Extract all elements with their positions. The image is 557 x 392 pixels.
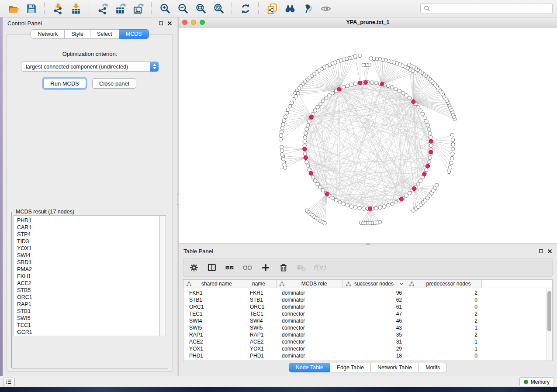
cell-shared-name: SWI4 [183,318,241,324]
toggle-graphics-button[interactable] [317,1,335,16]
function-builder-button: f(x) [314,262,325,273]
task-history-button[interactable] [3,378,15,386]
float-table-panel-button[interactable] [539,249,543,254]
cell-name: ORC1 [241,304,277,310]
network-graph[interactable] [179,28,557,243]
cell-successor-nodes: 43 [343,325,406,331]
export-image-button[interactable] [129,1,147,16]
result-node[interactable]: YOX1 [17,245,159,252]
tab-select[interactable]: Select [90,29,119,39]
cell-MCDS-role: dominator [277,353,343,359]
result-node[interactable]: PMA2 [17,266,159,273]
result-node[interactable]: SWI5 [17,315,159,322]
table-row[interactable]: SWI4SWI4dominator462 [183,317,552,324]
tab-mcds[interactable]: MCDS [119,29,149,39]
memory-button[interactable]: Memory [519,377,554,386]
close-table-panel-button[interactable] [547,249,552,254]
result-node[interactable]: ACE2 [17,280,159,287]
import-table-button[interactable] [67,1,85,16]
table-row[interactable]: SWI5SWI5connector431 [183,324,552,331]
export-table-button[interactable] [111,1,129,16]
mcds-result-list[interactable]: PHD1CAR1STP4TID3YOX1SWI4SRD1PMA2FKH1ACE2… [14,215,159,336]
minimize-window-icon[interactable] [191,20,196,25]
result-node[interactable]: FKH1 [17,273,159,280]
tab-style[interactable]: Style [64,29,90,39]
save-session-button[interactable] [22,1,40,16]
table-row[interactable]: TEC1TEC1connector472 [183,310,552,317]
result-node[interactable]: SWI4 [17,252,159,259]
result-node[interactable]: STB5 [17,287,159,294]
optimization-select[interactable]: largest connected component (undirected) [21,62,159,72]
table-row[interactable]: PHD1PHD1dominator180 [183,352,552,359]
float-panel-button[interactable] [159,21,163,26]
network-window: YPA_prune.txt_1 [179,17,557,243]
import-network-button[interactable] [49,1,67,16]
search-box[interactable] [420,3,553,14]
table-row[interactable]: FKH1FKH1dominator962 [183,289,552,296]
column-header-shared-name[interactable]: shared name [183,280,241,288]
close-panel-button[interactable] [167,21,172,26]
result-node[interactable]: TEC1 [17,322,159,329]
tab-edge-table[interactable]: Edge Table [330,363,371,372]
column-header-name[interactable]: name [241,280,277,288]
zoom-out-button[interactable] [174,1,192,16]
result-node[interactable]: GCR1 [17,329,159,336]
table-row[interactable]: ORC1ORC1dominator610 [183,303,552,310]
export-table-icon [115,3,126,14]
splitter-grabber[interactable] [366,244,370,245]
scrollbar-thumb[interactable] [547,291,551,331]
export-network-button[interactable] [93,1,111,16]
cell-name: TEC1 [241,311,277,317]
cell-shared-name: STB1 [183,297,241,303]
close-window-icon[interactable] [182,20,187,25]
tab-network[interactable]: Network [31,29,65,39]
refresh-layout-button[interactable] [236,1,254,16]
column-layout-button[interactable] [207,262,217,273]
zoom-in-button[interactable] [156,1,174,16]
result-node[interactable]: CAR1 [17,224,159,231]
deselect-all-button[interactable] [242,262,253,273]
settings-gear-button[interactable] [189,262,199,273]
zoom-selected-button[interactable] [210,1,228,16]
result-node[interactable]: STP4 [17,231,159,238]
zoom-fit-button[interactable] [192,1,210,16]
add-column-button[interactable] [260,262,271,273]
column-header-successor-nodes[interactable]: successor nodes [343,280,406,288]
run-mcds-button[interactable]: Run MCDS [43,78,86,89]
result-node[interactable]: RAP1 [17,301,159,308]
result-node[interactable]: PHD1 [17,217,159,224]
table-row[interactable]: ACE2ACE2connector311 [183,338,552,345]
result-node[interactable]: STB1 [17,308,159,315]
select-all-button[interactable] [225,262,235,273]
result-node[interactable]: TID3 [17,238,159,245]
result-node[interactable]: ORC1 [17,294,159,301]
mcds-result-scrollbar[interactable] [159,215,166,336]
column-header-predecessor-nodes[interactable]: predecessor nodes [406,280,482,288]
find-binoculars-button[interactable] [281,1,299,16]
close-panel-action-button[interactable]: Close panel [92,78,136,89]
cell-successor-nodes: 61 [343,304,406,310]
table-scrollbar[interactable] [546,288,552,361]
search-input[interactable] [432,5,549,12]
control-panel-tabs: NetworkStyleSelectMCDS [3,29,177,39]
column-type-icon [346,281,351,287]
tab-network-table[interactable]: Network Table [370,363,419,372]
delete-table-button [296,262,307,273]
zoom-in-icon [159,3,171,14]
result-node[interactable]: SRD1 [17,259,159,266]
maximize-window-icon[interactable] [200,20,205,25]
table-row[interactable]: YOX1YOX1connector291 [183,345,552,352]
network-canvas[interactable] [179,28,557,243]
delete-column-button[interactable] [278,262,289,273]
toggle-style-button[interactable] [299,1,317,16]
table-row[interactable]: RAP1RAP1dominator352 [183,331,552,338]
column-type-icon [409,281,415,287]
open-file-button[interactable] [4,1,22,16]
tab-motifs[interactable]: Motifs [419,363,447,372]
clone-network-button[interactable] [263,1,281,16]
tab-node-table[interactable]: Node Table [289,363,330,372]
network-titlebar[interactable]: YPA_prune.txt_1 [179,17,557,28]
zoom-fit-icon [195,3,207,14]
table-row[interactable]: STB1STB1dominator620 [183,296,552,303]
column-header-MCDS-role[interactable]: MCDS role [277,280,343,288]
